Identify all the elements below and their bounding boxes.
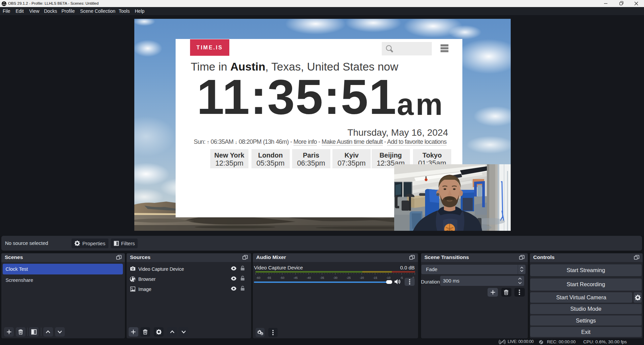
svg-text:-45: -45 <box>293 276 297 279</box>
svg-text:-25: -25 <box>346 276 351 279</box>
svg-text:-50: -50 <box>280 276 284 279</box>
svg-text:-30: -30 <box>333 276 337 279</box>
svg-text:-10: -10 <box>386 276 390 279</box>
svg-text:-60: -60 <box>256 276 260 279</box>
svg-text:-40: -40 <box>307 276 311 279</box>
svg-text:-55: -55 <box>267 276 271 279</box>
svg-text:-20: -20 <box>360 276 364 279</box>
svg-text:-35: -35 <box>320 276 324 279</box>
svg-text:-5: -5 <box>400 276 403 279</box>
svg-text:-15: -15 <box>373 276 377 279</box>
